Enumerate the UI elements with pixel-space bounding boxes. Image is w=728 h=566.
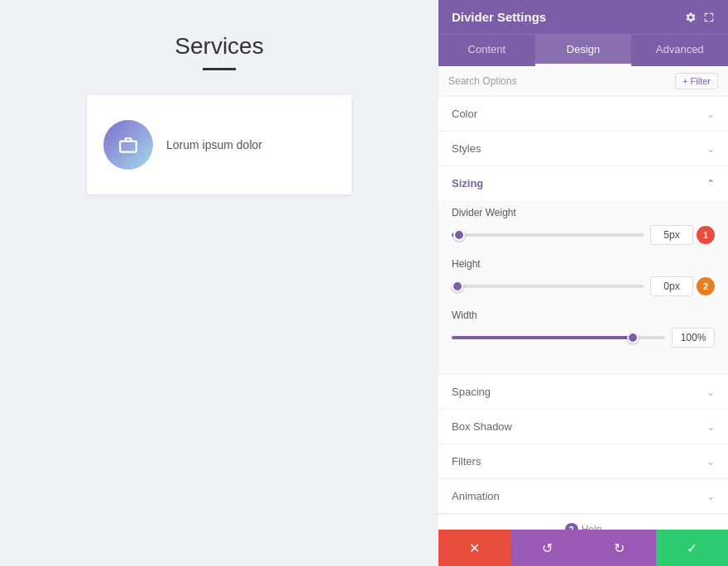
width-input[interactable] [672,328,715,348]
divider-weight-slider[interactable] [452,233,644,237]
accordion-header-animation[interactable]: Animation ⌄ [438,479,728,513]
briefcase-icon [117,134,139,156]
tab-content[interactable]: Content [438,35,535,66]
cancel-button[interactable]: ✕ [438,530,511,566]
canvas-area: Services Lorum ipsum dolor [0,0,438,566]
width-label: Width [452,309,715,321]
width-row: Width [452,309,715,348]
panel-header: Divider Settings [438,0,728,34]
width-thumb [627,332,639,343]
canvas-divider [203,68,236,70]
tab-advanced[interactable]: Advanced [631,35,728,66]
canvas-title: Services [175,33,263,60]
accordion-sizing: Sizing ⌃ Divider Weight 1 [438,166,728,375]
color-chevron-icon: ⌄ [706,108,715,120]
panel-header-icons [685,12,715,23]
accordion-box-shadow: Box Shadow ⌄ [438,410,728,444]
height-control: 2 [452,276,715,296]
width-slider[interactable] [452,336,665,339]
accordion-filters: Filters ⌄ [438,444,728,479]
height-input[interactable] [650,276,693,296]
filters-label: Filters [452,455,481,468]
help-icon: ? [565,523,578,530]
height-thumb [452,281,463,292]
styles-label: Styles [452,142,481,155]
height-badge: 2 [697,277,715,295]
accordion-spacing: Spacing ⌄ [438,375,728,410]
sizing-label: Sizing [452,177,483,189]
divider-weight-input[interactable] [650,225,693,245]
canvas-card-text: Lorum ipsum dolor [166,138,262,151]
accordion-animation: Animation ⌄ [438,479,728,514]
height-value-wrap: 2 [650,276,715,296]
help-button[interactable]: ? Help [565,523,602,530]
panel-search: Search Options + Filter [438,66,728,97]
tab-design[interactable]: Design [535,35,632,66]
spacing-chevron-icon: ⌄ [706,386,715,398]
height-slider[interactable] [452,285,644,288]
height-row: Height 2 [452,258,715,296]
color-label: Color [452,108,477,120]
accordion-header-sizing[interactable]: Sizing ⌃ [438,166,728,200]
accordion-header-color[interactable]: Color ⌄ [438,97,728,131]
undo-button[interactable]: ↺ [511,530,584,566]
accordion-header-filters[interactable]: Filters ⌄ [438,444,728,478]
settings-panel: Divider Settings Content Design Advanced… [438,0,728,566]
styles-chevron-icon: ⌄ [706,143,715,155]
sizing-body: Divider Weight 1 Height [438,200,728,374]
animation-chevron-icon: ⌄ [706,491,715,502]
width-control [452,328,715,348]
panel-footer: ? Help [438,514,728,530]
panel-actions: ✕ ↺ ↻ ✓ [438,530,728,566]
panel-tabs: Content Design Advanced [438,34,728,66]
divider-weight-label: Divider Weight [452,207,715,218]
divider-weight-row: Divider Weight 1 [452,207,715,245]
filter-button[interactable]: + Filter [675,73,718,89]
accordion-header-styles[interactable]: Styles ⌄ [438,132,728,165]
accordion-header-box-shadow[interactable]: Box Shadow ⌄ [438,410,728,444]
animation-label: Animation [452,490,500,502]
box-shadow-chevron-icon: ⌄ [706,421,715,433]
accordion-header-spacing[interactable]: Spacing ⌄ [438,375,728,409]
width-value-wrap [672,328,715,348]
accordion-styles: Styles ⌄ [438,132,728,166]
spacing-label: Spacing [452,386,491,398]
expand-icon[interactable] [703,12,715,23]
settings-icon[interactable] [685,12,697,23]
box-shadow-label: Box Shadow [452,420,512,433]
divider-weight-control: 1 [452,225,715,245]
panel-title: Divider Settings [452,10,546,24]
canvas-icon-circle [103,120,153,170]
filters-chevron-icon: ⌄ [706,456,715,468]
canvas-card: Lorum ipsum dolor [87,95,352,194]
divider-weight-value-wrap: 1 [650,225,715,245]
redo-button[interactable]: ↻ [583,530,656,566]
divider-weight-thumb [453,229,465,241]
height-label: Height [452,258,715,270]
panel-content: Color ⌄ Styles ⌄ Sizing ⌃ Divider Weight [438,97,728,530]
sizing-chevron-icon: ⌃ [706,178,715,189]
search-options-label: Search Options [448,75,517,87]
help-label: Help [582,524,602,530]
save-button[interactable]: ✓ [656,530,729,566]
divider-weight-badge: 1 [697,226,715,244]
accordion-color: Color ⌄ [438,97,728,132]
width-fill [452,336,633,339]
